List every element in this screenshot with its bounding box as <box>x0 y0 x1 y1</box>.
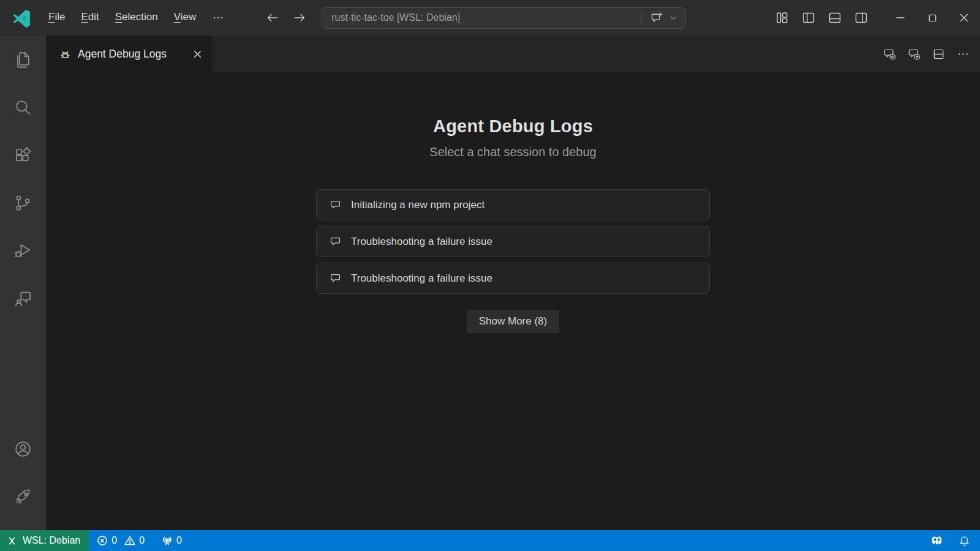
maximize-button[interactable] <box>916 0 948 36</box>
show-more-wrap: Show More (8) <box>316 310 710 333</box>
page-subtitle: Select a chat session to debug <box>316 145 710 159</box>
problems-indicator[interactable]: 0 0 <box>92 530 149 551</box>
rocket-button[interactable] <box>0 473 46 520</box>
session-list: Initializing a new npm project Troublesh… <box>316 189 710 294</box>
close-window-button[interactable] <box>948 0 980 36</box>
chat-download-icon[interactable] <box>883 47 897 61</box>
menu-view-mnemonic: V <box>174 11 181 23</box>
forward-button[interactable] <box>291 9 308 26</box>
ports-count: 0 <box>176 535 182 546</box>
remote-label: WSL: Debian <box>23 535 80 546</box>
tab-bar: Agent Debug Logs <box>46 36 980 72</box>
status-bar: WSL: Debian 0 0 0 <box>0 530 980 551</box>
editor-content: Agent Debug Logs Select a chat session t… <box>46 72 980 530</box>
status-bar-right <box>923 530 980 551</box>
session-label: Troubleshooting a failure issue <box>351 272 492 285</box>
layout-controls <box>775 10 869 25</box>
command-center-divider <box>641 12 641 24</box>
search-icon <box>13 98 32 117</box>
radio-tower-icon <box>162 535 173 546</box>
comment-icon <box>329 235 342 248</box>
split-editor-icon[interactable] <box>932 47 946 61</box>
sidebar-item-extensions[interactable] <box>0 131 46 179</box>
menubar: File Edit Selection View <box>40 7 232 29</box>
chevron-down-icon <box>669 13 678 23</box>
comment-icon <box>329 198 342 211</box>
editor-actions <box>883 36 980 72</box>
warning-count: 0 <box>139 535 145 546</box>
menu-edit-label: dit <box>88 11 99 23</box>
minimize-button[interactable] <box>884 0 916 36</box>
warning-icon <box>124 535 135 546</box>
copilot-status-button[interactable] <box>923 530 951 551</box>
back-button[interactable] <box>264 9 281 26</box>
source-control-icon <box>13 193 32 212</box>
activity-bar <box>0 36 46 530</box>
sidebar-item-source-control[interactable] <box>0 179 46 227</box>
rocket-icon <box>13 487 32 506</box>
error-icon <box>97 535 108 546</box>
account-icon <box>13 440 32 459</box>
chat-icon <box>13 289 32 308</box>
menu-view-label: iew <box>181 11 197 23</box>
tab-close-icon[interactable] <box>190 47 204 61</box>
editor-group: Agent Debug Logs <box>46 36 980 530</box>
chat-upload-icon[interactable] <box>907 47 921 61</box>
vscode-logo-icon <box>11 7 32 28</box>
tab-agent-debug-logs[interactable]: Agent Debug Logs <box>46 36 213 72</box>
panel-right-icon[interactable] <box>854 10 869 25</box>
copilot-chat-icon <box>650 11 664 25</box>
titlebar: File Edit Selection View rust-tic-tac-to… <box>0 0 980 36</box>
comment-icon <box>329 272 342 285</box>
session-label: Troubleshooting a failure issue <box>351 236 492 248</box>
window-controls <box>884 0 980 36</box>
menu-file-mnemonic: F <box>48 11 55 23</box>
error-count: 0 <box>111 535 117 546</box>
more-menus-icon[interactable] <box>204 7 232 29</box>
sidebar-item-run-debug[interactable] <box>0 227 46 274</box>
remote-indicator[interactable]: WSL: Debian <box>0 530 89 551</box>
copilot-menu-button[interactable] <box>647 10 680 26</box>
session-label: Initializing a new npm project <box>351 199 484 211</box>
main-row: Agent Debug Logs <box>0 36 980 530</box>
copilot-icon <box>930 534 943 547</box>
page-title: Agent Debug Logs <box>316 116 710 137</box>
session-item-3[interactable]: Troubleshooting a failure issue <box>316 263 710 294</box>
ports-indicator[interactable]: 0 <box>157 530 186 551</box>
agent-debug-logs-panel: Agent Debug Logs Select a chat session t… <box>316 116 710 333</box>
tab-label: Agent Debug Logs <box>78 48 184 61</box>
panel-left-icon[interactable] <box>801 10 816 25</box>
menu-file-label: ile <box>55 11 65 23</box>
remote-icon <box>7 536 17 546</box>
menu-selection-mnemonic: S <box>115 11 122 23</box>
more-actions-icon[interactable] <box>956 47 970 61</box>
sidebar-item-explorer[interactable] <box>0 36 46 83</box>
menu-edit-mnemonic: E <box>81 11 88 23</box>
menu-selection-label: election <box>122 11 158 23</box>
bell-icon <box>958 534 971 547</box>
notifications-button[interactable] <box>951 530 980 551</box>
files-icon <box>13 50 32 69</box>
menu-file[interactable]: File <box>40 7 73 29</box>
panel-bottom-icon[interactable] <box>827 10 842 25</box>
command-center[interactable]: rust-tic-tac-toe [WSL: Debian] <box>322 7 686 29</box>
menu-edit[interactable]: Edit <box>73 7 107 29</box>
debug-icon <box>13 241 32 260</box>
extensions-icon <box>13 146 32 165</box>
bug-icon <box>59 48 71 60</box>
sidebar-item-chat[interactable] <box>0 274 46 322</box>
menu-view[interactable]: View <box>166 7 205 29</box>
customize-layout-icon[interactable] <box>775 10 790 25</box>
session-item-1[interactable]: Initializing a new npm project <box>316 189 710 220</box>
show-more-button[interactable]: Show More (8) <box>467 310 559 333</box>
activity-bar-bottom <box>0 425 46 530</box>
account-button[interactable] <box>0 425 46 473</box>
session-item-2[interactable]: Troubleshooting a failure issue <box>316 226 710 257</box>
menu-selection[interactable]: Selection <box>107 7 166 29</box>
command-center-text: rust-tic-tac-toe [WSL: Debian] <box>331 12 635 23</box>
sidebar-item-search[interactable] <box>0 83 46 131</box>
nav-arrows <box>264 9 308 26</box>
